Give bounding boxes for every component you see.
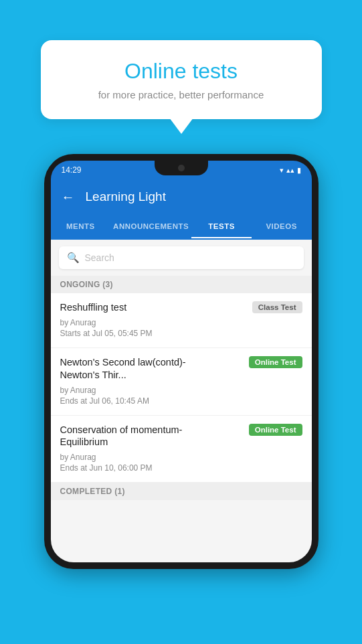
- test-time-3: Ends at Jun 10, 06:00 PM: [60, 463, 302, 473]
- tab-ments[interactable]: MENTS: [51, 214, 111, 238]
- test-card-1[interactable]: Reshuffling test Class Test by Anurag St…: [51, 293, 312, 348]
- bubble-title: Online tests: [68, 59, 295, 84]
- phone-frame: 14:29 ▾ ▴▴ ▮ ← Learning Light MENTS ANNO…: [44, 154, 319, 569]
- test-author-1: by Anurag: [60, 318, 302, 327]
- test-author-2: by Anurag: [60, 386, 302, 395]
- completed-section-header: COMPLETED (1): [51, 483, 312, 500]
- test-time-1: Starts at Jul 05, 05:45 PM: [60, 329, 302, 338]
- phone-notch: [155, 161, 208, 175]
- app-bar-title: Learning Light: [86, 189, 166, 204]
- wifi-icon: ▾: [280, 166, 284, 175]
- test-author-3: by Anurag: [60, 453, 302, 462]
- tabs-bar: MENTS ANNOUNCEMENTS TESTS VIDEOS: [51, 214, 312, 240]
- top-section: Online tests for more practice, better p…: [0, 0, 362, 119]
- phone-wrapper: 14:29 ▾ ▴▴ ▮ ← Learning Light MENTS ANNO…: [0, 154, 362, 569]
- test-badge-1: Class Test: [252, 301, 302, 313]
- tab-announcements[interactable]: ANNOUNCEMENTS: [110, 214, 191, 238]
- app-bar: ← Learning Light: [51, 179, 312, 214]
- bubble-subtitle: for more practice, better performance: [68, 89, 295, 100]
- tab-tests[interactable]: TESTS: [191, 214, 252, 238]
- test-card-2[interactable]: Newton's Second law(contd)-Newton's Thir…: [51, 348, 312, 416]
- battery-icon: ▮: [297, 166, 301, 175]
- test-card-3[interactable]: Conservation of momentum-Equilibrium Onl…: [51, 416, 312, 483]
- status-icons: ▾ ▴▴ ▮: [280, 166, 301, 175]
- speech-bubble: Online tests for more practice, better p…: [41, 40, 322, 119]
- signal-icon: ▴▴: [286, 166, 294, 175]
- test-title-2: Newton's Second law(contd)-Newton's Thir…: [60, 356, 205, 382]
- search-icon: 🔍: [67, 252, 80, 264]
- phone-screen: ← Learning Light MENTS ANNOUNCEMENTS TES…: [51, 179, 312, 562]
- ongoing-section-header: ONGOING (3): [51, 276, 312, 293]
- status-time: 14:29: [62, 165, 82, 175]
- test-title-1: Reshuffling test: [60, 301, 127, 314]
- card-row1-3: Conservation of momentum-Equilibrium Onl…: [60, 424, 302, 449]
- test-badge-3: Online Test: [249, 424, 302, 436]
- test-badge-2: Online Test: [249, 356, 302, 368]
- search-bar[interactable]: 🔍 Search: [59, 246, 304, 269]
- card-row1-1: Reshuffling test Class Test: [60, 301, 302, 314]
- test-time-2: Ends at Jul 06, 10:45 AM: [60, 396, 302, 406]
- card-row1-2: Newton's Second law(contd)-Newton's Thir…: [60, 356, 302, 382]
- search-placeholder: Search: [85, 252, 114, 263]
- phone-camera: [178, 165, 185, 171]
- test-title-3: Conservation of momentum-Equilibrium: [60, 424, 205, 449]
- back-button[interactable]: ←: [62, 189, 75, 205]
- tab-videos[interactable]: VIDEOS: [252, 214, 312, 238]
